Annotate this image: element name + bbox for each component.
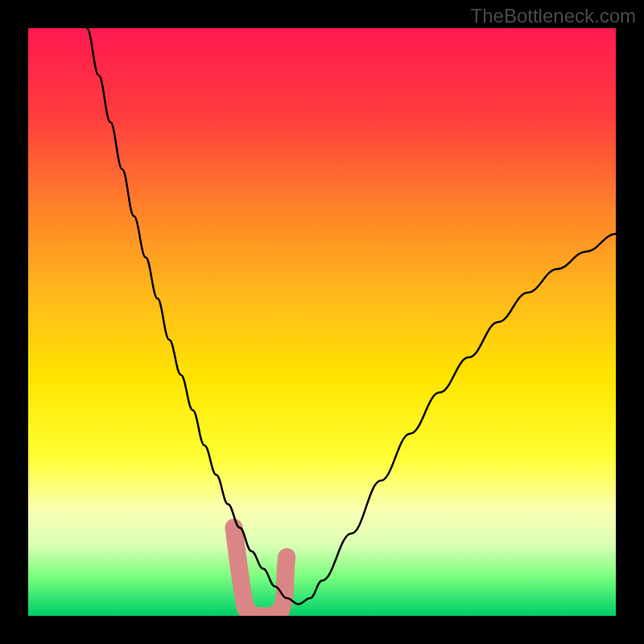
watermark-text: TheBottleneck.com bbox=[471, 5, 636, 27]
chart-svg bbox=[28, 28, 616, 616]
chart-background bbox=[28, 28, 616, 616]
chart-plot-area bbox=[28, 28, 616, 616]
